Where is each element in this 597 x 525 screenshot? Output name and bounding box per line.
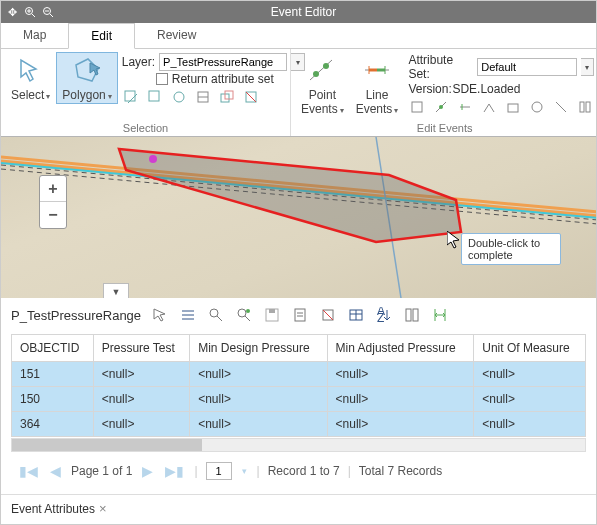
ee-tool-8[interactable] (576, 98, 594, 116)
layer-input[interactable] (159, 53, 287, 71)
sel-tool-5[interactable] (218, 88, 236, 106)
edit-events-group-label: Edit Events (295, 121, 594, 136)
svg-line-11 (128, 94, 137, 103)
total-label: Total 7 Records (359, 464, 442, 478)
ee-tool-3[interactable] (456, 98, 474, 116)
select-button[interactable]: Select▾ (5, 52, 56, 104)
chevron-down-icon: ▾ (46, 92, 50, 101)
record-label: Record 1 to 7 (268, 464, 340, 478)
svg-line-35 (556, 102, 566, 112)
attribute-title: P_TestPressureRange (11, 308, 141, 323)
svg-line-62 (323, 310, 333, 320)
svg-point-55 (246, 309, 250, 313)
line-events-button[interactable]: Line Events▾ (350, 52, 405, 118)
bottom-tabs: Event Attributes × (1, 494, 596, 522)
attr-tool-table[interactable] (347, 306, 365, 324)
point-events-icon (306, 54, 338, 86)
attribute-panel: P_TestPressureRange AZ OBJECTID Pressure… (1, 298, 596, 494)
sel-tool-3[interactable] (170, 88, 188, 106)
svg-line-54 (245, 316, 250, 321)
svg-text:Z: Z (377, 311, 384, 323)
attr-set-input[interactable] (477, 58, 577, 76)
attribute-table: OBJECTID Pressure Test Min Design Pressu… (11, 334, 586, 437)
ee-tool-2[interactable] (432, 98, 450, 116)
tab-map[interactable]: Map (1, 23, 68, 48)
svg-rect-70 (413, 309, 418, 321)
svg-point-51 (210, 309, 218, 317)
ee-tool-4[interactable] (480, 98, 498, 116)
ee-tool-7[interactable] (552, 98, 570, 116)
ee-tool-5[interactable] (504, 98, 522, 116)
ribbon-group-edit-events: Point Events▾ Line Events▾ Attribute Set… (291, 49, 597, 136)
svg-marker-46 (447, 231, 459, 248)
col-header[interactable]: Min Adjusted Pressure (327, 335, 474, 362)
attr-tool-width[interactable] (431, 306, 449, 324)
window-title: Event Editor (55, 5, 552, 19)
svg-point-45 (149, 155, 157, 163)
attr-tool-del[interactable] (319, 306, 337, 324)
tab-edit[interactable]: Edit (68, 23, 135, 49)
zoom-out-button[interactable]: − (40, 202, 66, 228)
polygon-button[interactable]: Polygon▾ (56, 52, 117, 104)
version-value: SDE.Loaded (452, 82, 520, 96)
pager-last[interactable]: ▶▮ (163, 463, 186, 479)
table-row[interactable]: 150 <null> <null> <null> <null> (12, 387, 586, 412)
version-label: Version: (408, 82, 448, 96)
svg-line-52 (217, 316, 222, 321)
col-header[interactable]: Min Design Pressure (190, 335, 327, 362)
page-input[interactable] (206, 462, 232, 480)
attr-tool-zoom2[interactable] (235, 306, 253, 324)
table-row[interactable]: 364 <null> <null> <null> <null> (12, 412, 586, 437)
main-tabs: Map Edit Review (1, 23, 596, 49)
map-canvas[interactable]: + − Double-click to complete ▼ (1, 137, 596, 298)
sel-tool-6[interactable] (242, 88, 260, 106)
sel-tool-4[interactable] (194, 88, 212, 106)
polygon-icon (71, 54, 103, 86)
page-input-dropdown[interactable]: ▾ (240, 466, 249, 476)
ribbon-group-selection: Select▾ Polygon▾ Layer: ▾ Return attribu… (1, 49, 291, 136)
selection-group-label: Selection (5, 121, 286, 136)
tab-review[interactable]: Review (135, 23, 218, 48)
ee-tool-1[interactable] (408, 98, 426, 116)
attr-tool-calc[interactable] (291, 306, 309, 324)
svg-rect-58 (295, 309, 305, 321)
return-attr-checkbox[interactable] (156, 73, 168, 85)
horizontal-scrollbar[interactable] (11, 438, 586, 452)
attr-tool-sort[interactable]: AZ (375, 306, 393, 324)
pager-prev[interactable]: ◀ (48, 463, 63, 479)
polygon-label: Polygon (62, 88, 105, 102)
point-events-button[interactable]: Point Events▾ (295, 52, 350, 118)
ribbon: Select▾ Polygon▾ Layer: ▾ Return attribu… (1, 49, 596, 137)
sel-tool-1[interactable] (122, 88, 140, 106)
col-header[interactable]: OBJECTID (12, 335, 94, 362)
pager-next[interactable]: ▶ (140, 463, 155, 479)
zoom-out-icon[interactable] (41, 5, 55, 19)
svg-point-21 (313, 71, 319, 77)
pager-first[interactable]: ▮◀ (17, 463, 40, 479)
zoom-control: + − (39, 175, 67, 229)
svg-line-19 (246, 92, 256, 102)
attr-tool-save[interactable] (263, 306, 281, 324)
sel-tool-2[interactable] (146, 88, 164, 106)
line-events-label: Line Events (356, 88, 393, 116)
table-row[interactable]: 151 <null> <null> <null> <null> (12, 362, 586, 387)
layer-label: Layer: (122, 55, 155, 69)
tool-icon-1[interactable]: ✥ (5, 5, 19, 19)
zoom-in-icon[interactable] (23, 5, 37, 19)
col-header[interactable]: Unit Of Measure (474, 335, 586, 362)
ee-tool-6[interactable] (528, 98, 546, 116)
zoom-in-button[interactable]: + (40, 176, 66, 202)
attr-tool-select[interactable] (151, 306, 169, 324)
close-icon[interactable]: × (99, 501, 107, 516)
bottom-tab-event-attributes[interactable]: Event Attributes × (11, 501, 107, 516)
col-header[interactable]: Pressure Test (93, 335, 189, 362)
attr-tool-cols[interactable] (403, 306, 421, 324)
panel-toggle[interactable]: ▼ (103, 283, 129, 298)
map-tooltip: Double-click to complete (461, 233, 561, 265)
attr-tool-zoom[interactable] (207, 306, 225, 324)
title-bar: ✥ Event Editor (1, 1, 596, 23)
attr-set-dropdown[interactable]: ▾ (581, 58, 594, 76)
chevron-down-icon: ▾ (340, 106, 344, 115)
attr-tool-list[interactable] (179, 306, 197, 324)
return-attr-label: Return attribute set (172, 72, 274, 86)
